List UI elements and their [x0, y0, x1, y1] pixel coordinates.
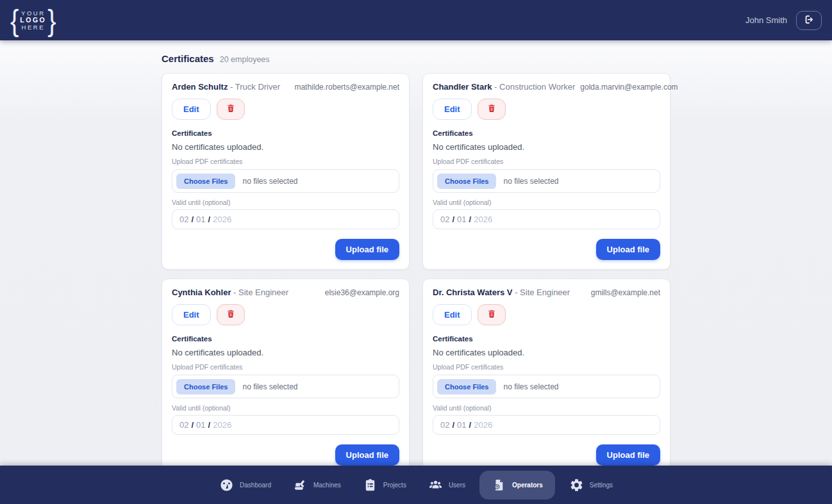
date-day-segment[interactable]: 01: [196, 420, 205, 430]
upload-file-button[interactable]: Upload file: [596, 444, 660, 466]
date-year-segment[interactable]: 2026: [474, 215, 492, 224]
nav-item-projects[interactable]: Projects: [355, 472, 414, 498]
card-footer: Upload file: [172, 444, 399, 466]
date-year-segment[interactable]: 2026: [474, 420, 492, 430]
employee-name: Cynthia Kohler: [172, 288, 231, 297]
edit-button[interactable]: Edit: [433, 304, 472, 325]
card-header: Arden Schultz - Truck Driver mathilde.ro…: [172, 82, 399, 92]
date-separator: /: [208, 215, 211, 224]
upload-file-button[interactable]: Upload file: [596, 239, 660, 260]
employee-name: Arden Schultz: [172, 82, 228, 92]
choose-files-button[interactable]: Choose Files: [176, 174, 235, 189]
dashboard-icon: [219, 478, 234, 492]
no-files-selected-text: no files selected: [242, 177, 297, 186]
trash-icon: [226, 103, 236, 115]
date-year-segment[interactable]: 2026: [213, 215, 231, 224]
upload-pdf-label: Upload PDF certificates: [172, 158, 399, 165]
employee-grid: Arden Schultz - Truck Driver mathilde.ro…: [162, 73, 670, 504]
trash-icon: [487, 103, 497, 115]
projects-icon: [363, 478, 378, 492]
upload-file-button[interactable]: Upload file: [335, 239, 399, 260]
date-separator: /: [469, 420, 472, 430]
employee-role: Construction Worker: [499, 82, 575, 92]
certificates-label: Certificates: [433, 129, 660, 137]
employee-title: Dr. Christa Waters V - Site Engineer: [433, 288, 570, 297]
employee-name: Dr. Christa Waters V: [433, 288, 513, 297]
employee-role: Site Engineer: [238, 288, 288, 297]
upload-pdf-label: Upload PDF certificates: [433, 158, 660, 165]
date-month-segment[interactable]: 02: [440, 215, 449, 224]
logo: { YOUR LOGO HERE }: [10, 8, 56, 33]
nav-item-settings[interactable]: Settings: [562, 472, 620, 498]
upload-file-button[interactable]: Upload file: [335, 444, 399, 466]
file-input[interactable]: Choose Files no files selected: [433, 375, 660, 398]
no-certificates-text: No certificates uploaded.: [172, 348, 399, 357]
date-month-segment[interactable]: 02: [440, 420, 449, 430]
date-separator: /: [452, 215, 454, 224]
name-role-separator: -: [230, 82, 233, 92]
no-certificates-text: No certificates uploaded.: [433, 348, 660, 357]
edit-button[interactable]: Edit: [172, 304, 211, 325]
edit-button[interactable]: Edit: [172, 99, 211, 120]
card-actions: Edit: [433, 99, 660, 120]
employee-email: gmills@example.net: [591, 288, 660, 297]
certificates-label: Certificates: [433, 335, 660, 343]
users-icon: [428, 478, 443, 492]
nav-item-dashboard[interactable]: Dashboard: [212, 472, 279, 498]
user-name: John Smith: [745, 15, 787, 25]
delete-button[interactable]: [478, 304, 506, 325]
valid-until-date-input[interactable]: 02 / 01 / 2026: [172, 209, 399, 229]
file-input[interactable]: Choose Files no files selected: [172, 375, 399, 398]
logo-line-3: HERE: [20, 24, 46, 31]
delete-button[interactable]: [478, 99, 506, 120]
date-day-segment[interactable]: 01: [457, 420, 466, 430]
card-actions: Edit: [172, 304, 399, 325]
no-certificates-text: No certificates uploaded.: [433, 142, 660, 152]
delete-button[interactable]: [217, 304, 245, 325]
edit-button[interactable]: Edit: [433, 99, 472, 120]
certificates-label: Certificates: [172, 335, 399, 343]
valid-until-label: Valid until (optional): [433, 404, 660, 412]
date-year-segment[interactable]: 2026: [213, 420, 231, 430]
logout-button[interactable]: [796, 11, 822, 30]
date-month-segment[interactable]: 02: [179, 215, 188, 224]
settings-icon: [569, 478, 584, 492]
top-bar: { YOUR LOGO HERE } John Smith: [0, 0, 832, 40]
date-day-segment[interactable]: 01: [196, 215, 205, 224]
valid-until-date-input[interactable]: 02 / 01 / 2026: [433, 209, 660, 229]
logo-text: YOUR LOGO HERE: [20, 10, 46, 31]
employee-email: elsie36@example.org: [325, 288, 399, 297]
employee-role: Truck Driver: [235, 82, 280, 92]
employee-count: 20 employees: [220, 55, 270, 64]
valid-until-date-input[interactable]: 02 / 01 / 2026: [172, 415, 399, 435]
delete-button[interactable]: [217, 99, 245, 120]
employee-card: Chandler Stark - Construction Worker gol…: [422, 73, 670, 270]
date-separator: /: [191, 215, 194, 224]
card-header: Chandler Stark - Construction Worker gol…: [433, 82, 660, 92]
nav-item-machines[interactable]: Machines: [285, 472, 349, 498]
user-area: John Smith: [745, 11, 822, 30]
employee-email: mathilde.roberts@example.net: [294, 83, 399, 92]
upload-pdf-label: Upload PDF certificates: [172, 363, 399, 371]
choose-files-button[interactable]: Choose Files: [437, 379, 496, 394]
nav-item-users[interactable]: Users: [420, 472, 473, 498]
bottom-nav: Dashboard Machines: [0, 466, 832, 504]
valid-until-date-input[interactable]: 02 / 01 / 2026: [433, 415, 660, 435]
date-day-segment[interactable]: 01: [457, 215, 466, 224]
page-head: Certificates 20 employees: [162, 53, 670, 64]
content-area: Certificates 20 employees Arden Schultz …: [0, 40, 832, 504]
date-separator: /: [452, 420, 454, 430]
valid-until-label: Valid until (optional): [433, 199, 660, 206]
employee-email: golda.marvin@example.com: [580, 83, 678, 92]
name-role-separator: -: [515, 288, 517, 297]
choose-files-button[interactable]: Choose Files: [437, 174, 496, 189]
employee-card: Dr. Christa Waters V - Site Engineer gmi…: [422, 279, 670, 475]
nav-item-operators[interactable]: Operators: [479, 471, 555, 500]
date-month-segment[interactable]: 02: [179, 420, 188, 430]
logo-line-2: LOGO: [20, 17, 46, 24]
valid-until-label: Valid until (optional): [172, 199, 399, 206]
choose-files-button[interactable]: Choose Files: [176, 379, 235, 394]
file-input[interactable]: Choose Files no files selected: [433, 169, 660, 193]
employee-name: Chandler Stark: [433, 82, 492, 92]
file-input[interactable]: Choose Files no files selected: [172, 169, 399, 193]
